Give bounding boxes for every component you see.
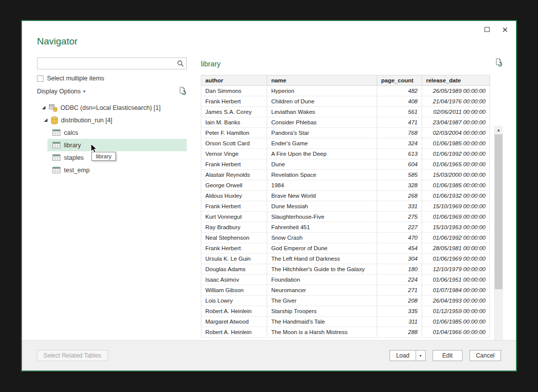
tree-item-test_emp[interactable]: test_emp xyxy=(47,164,187,176)
cell-name: Dune Messiah xyxy=(267,201,377,212)
table-icon xyxy=(52,129,60,136)
maximize-icon xyxy=(485,27,490,32)
cell-name: The Left Hand of Darkness xyxy=(267,254,377,264)
search-icon[interactable] xyxy=(177,60,184,67)
cell-release-date: 28/05/1981 00:00:00 xyxy=(422,243,490,254)
cell-release-date: 15/03/2000 00:00:00 xyxy=(422,170,490,180)
table-row: Vernor Vinge A Fire Upon the Deep 613 01… xyxy=(201,149,490,159)
expand-triangle-icon[interactable] xyxy=(42,106,45,109)
cell-author: Orson Scott Card xyxy=(201,138,267,149)
cell-author: Alastair Reynolds xyxy=(201,170,267,180)
cell-release-date: 01/04/1966 00:00:00 xyxy=(422,327,490,338)
options-row: Display Options ▾ xyxy=(37,87,187,96)
table-row: Frank Herbert Dune Messiah 331 15/10/196… xyxy=(201,201,490,212)
table-row: Iain M. Banks Consider Phlebas 471 23/04… xyxy=(201,117,490,128)
table-row: Frank Herbert God Emperor of Dune 454 28… xyxy=(201,243,490,254)
window-controls: ✕ xyxy=(480,24,512,35)
table-row: Neal Stephenson Snow Crash 470 01/06/199… xyxy=(201,233,490,243)
expand-triangle-icon[interactable] xyxy=(44,118,47,122)
search-box xyxy=(37,57,187,69)
cell-author: Frank Herbert xyxy=(201,96,267,107)
cell-release-date: 01/06/1969 00:00:00 xyxy=(422,212,490,222)
cell-page-count: 224 xyxy=(377,275,422,285)
tree-item-label: calcs xyxy=(64,129,78,136)
dialog-footer: Select Related Tables Load ▾ Edit Cancel xyxy=(22,340,516,371)
cell-name: Foundation xyxy=(267,275,377,285)
table-row: Kurt Vonnegut Slaughterhouse-Five 275 01… xyxy=(201,212,490,222)
database-icon xyxy=(51,116,58,124)
cell-name: Fahrenheit 451 xyxy=(267,222,377,233)
cell-release-date: 01/06/1985 00:00:00 xyxy=(422,138,490,149)
refresh-preview-icon[interactable] xyxy=(495,58,503,69)
cell-author: Robert A. Heinlein xyxy=(201,327,267,338)
cell-page-count: 604 xyxy=(377,159,422,170)
cell-release-date: 01/12/1959 00:00:00 xyxy=(422,306,490,317)
cell-name: Neuromancer xyxy=(267,285,377,296)
select-multiple-label: Select multiple items xyxy=(47,75,104,82)
table-row: Frank Herbert Children of Dune 408 21/04… xyxy=(201,96,490,107)
column-header-author: author xyxy=(201,75,267,86)
cell-page-count: 454 xyxy=(377,243,422,254)
cell-author: Neal Stephenson xyxy=(201,233,267,243)
select-multiple-checkbox[interactable] xyxy=(37,75,43,82)
odbc-source-icon xyxy=(49,104,57,112)
vertical-scrollbar[interactable]: ▲ ▼ xyxy=(494,126,503,370)
cell-name: The Hitchhiker's Guide to the Galaxy xyxy=(267,264,377,275)
select-related-tables-button[interactable]: Select Related Tables xyxy=(37,350,108,361)
maximize-button[interactable] xyxy=(480,24,494,35)
cell-page-count: 328 xyxy=(377,180,422,191)
tree-item-staples[interactable]: staples xyxy=(47,151,187,164)
cell-page-count: 470 xyxy=(377,233,422,243)
cell-release-date: 01/06/1969 00:00:00 xyxy=(422,254,490,264)
table-row: Dan Simmons Hyperion 482 26/05/1989 00:0… xyxy=(201,86,490,96)
refresh-icon[interactable] xyxy=(178,87,187,97)
tree-item-label: library xyxy=(64,142,81,149)
table-row: Peter F. Hamilton Pandora's Star 768 02/… xyxy=(201,128,490,138)
cell-page-count: 561 xyxy=(377,107,422,117)
cell-page-count: 471 xyxy=(377,117,422,128)
tree-item-calcs[interactable]: calcs xyxy=(47,126,187,139)
preview-header: library xyxy=(201,57,503,70)
cell-name: Leviathan Wakes xyxy=(267,107,377,117)
tree-item-library[interactable]: library xyxy=(47,139,187,151)
cell-name: Hyperion xyxy=(267,86,377,96)
display-options-dropdown[interactable]: Display Options ▾ xyxy=(37,88,85,95)
search-input[interactable] xyxy=(37,58,186,69)
cell-author: Peter F. Hamilton xyxy=(201,128,267,138)
cell-page-count: 408 xyxy=(377,96,422,107)
table-icon xyxy=(52,167,60,173)
tree-node-database[interactable]: distribution_run [4] xyxy=(37,114,187,126)
cell-author: Frank Herbert xyxy=(201,243,267,254)
preview-table-body: Dan Simmons Hyperion 482 26/05/1989 00:0… xyxy=(201,86,490,338)
preview-table: author name page_count release_date Dan … xyxy=(201,75,490,338)
close-button[interactable]: ✕ xyxy=(498,24,512,35)
cell-page-count: 311 xyxy=(377,317,422,327)
cancel-button[interactable]: Cancel xyxy=(470,350,501,361)
cell-page-count: 304 xyxy=(377,254,422,264)
edit-button[interactable]: Edit xyxy=(433,350,463,361)
cell-name: Slaughterhouse-Five xyxy=(267,212,377,222)
table-row: Lois Lowry The Giver 208 26/04/1993 00:0… xyxy=(201,296,490,306)
mouse-cursor xyxy=(90,143,97,154)
load-dropdown-button[interactable]: ▾ xyxy=(416,350,426,361)
cell-author: Ray Bradbury xyxy=(201,222,267,233)
cell-release-date: 01/06/1951 00:00:00 xyxy=(422,275,490,285)
scroll-up-button[interactable]: ▲ xyxy=(494,126,503,134)
tree-node-odbc-label: ODBC (dsn=Local Elasticsearch) [1] xyxy=(60,104,160,111)
cell-name: A Fire Upon the Deep xyxy=(267,149,377,159)
cell-page-count: 613 xyxy=(377,149,422,159)
table-row: Margaret Atwood The Handmaid's Tale 311 … xyxy=(201,317,490,327)
table-row: Douglas Adams The Hitchhiker's Guide to … xyxy=(201,264,490,275)
cell-release-date: 21/04/1976 00:00:00 xyxy=(422,96,490,107)
cell-name: The Giver xyxy=(267,296,377,306)
cell-name: The Moon is a Harsh Mistress xyxy=(267,327,377,338)
cell-name: Starship Troopers xyxy=(267,306,377,317)
preview-panel: library aut xyxy=(201,57,503,338)
cell-author: Iain M. Banks xyxy=(201,117,267,128)
tree-item-label: test_emp xyxy=(64,167,89,174)
cell-release-date: 01/06/1965 00:00:00 xyxy=(422,159,490,170)
table-row: Ursula K. Le Guin The Left Hand of Darkn… xyxy=(201,254,490,264)
load-button[interactable]: Load xyxy=(390,350,416,361)
tree-node-odbc-source[interactable]: ODBC (dsn=Local Elasticsearch) [1] xyxy=(37,101,187,114)
scrollbar-thumb[interactable] xyxy=(495,134,503,289)
